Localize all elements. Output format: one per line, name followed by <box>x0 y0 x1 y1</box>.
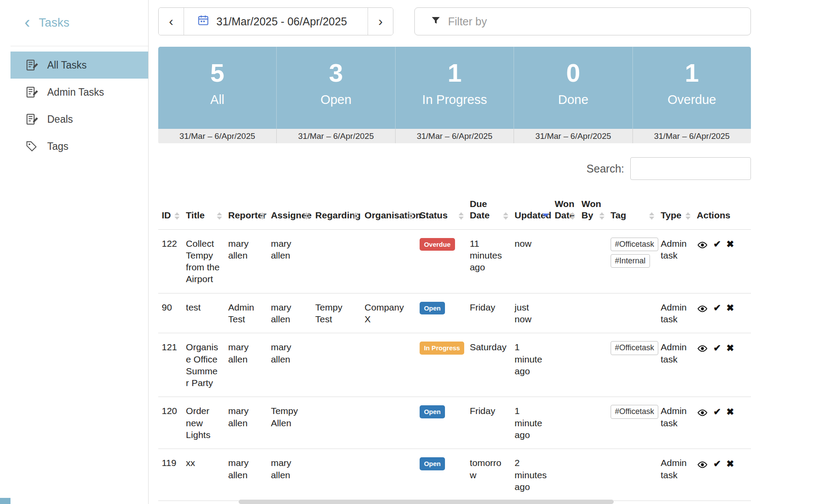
column-header-due-date[interactable]: Due Date <box>466 190 511 229</box>
cell-won-by <box>578 229 607 293</box>
stat-date-range: 31/Mar – 6/Apr/2025 <box>277 129 395 143</box>
column-header-won-date[interactable]: Won Date <box>551 190 578 229</box>
stat-card-all[interactable]: 5All <box>158 47 277 129</box>
column-header-actions[interactable]: Actions <box>693 190 751 229</box>
stat-card-open[interactable]: 3Open <box>277 47 395 129</box>
table-header-row: IDTitleReporterAssigneeRegardingOrganisa… <box>158 190 751 229</box>
eye-icon <box>697 343 708 353</box>
stat-card-in-progress[interactable]: 1In Progress <box>396 47 514 129</box>
cell-reporter: mary allen <box>225 449 268 501</box>
sidebar-item-deals[interactable]: Deals <box>10 106 148 133</box>
sidebar-item-tags[interactable]: Tags <box>10 133 148 160</box>
complete-task-button[interactable]: ✔ <box>713 458 721 469</box>
check-icon: ✔ <box>713 459 721 469</box>
column-header-type[interactable]: Type <box>657 190 693 229</box>
search-row: Search: <box>158 157 751 180</box>
cell-won-by <box>578 293 607 333</box>
cell-organisation <box>361 229 416 293</box>
column-header-won-by[interactable]: Won By <box>578 190 607 229</box>
notepad-icon <box>25 113 40 126</box>
column-header-reporter[interactable]: Reporter <box>225 190 268 229</box>
cell-tag <box>607 449 657 501</box>
cell-title: test <box>182 293 225 333</box>
cell-actions: ✔✖ <box>693 397 751 449</box>
sidebar-item-admin-tasks[interactable]: Admin Tasks <box>10 79 148 106</box>
sidebar-item-all-tasks[interactable]: All Tasks <box>10 52 148 79</box>
view-task-button[interactable] <box>697 302 708 314</box>
sort-indicator <box>503 212 508 220</box>
column-header-updated[interactable]: Updated <box>511 190 551 229</box>
date-range-picker: ‹ 31/Mar/2025 - 06/Apr/2025 › <box>158 7 393 35</box>
sidebar-nav: All TasksAdmin TasksDealsTags <box>10 52 148 160</box>
cell-status: Overdue <box>416 229 466 293</box>
stat-card-overdue[interactable]: 1Overdue <box>633 47 751 129</box>
column-header-tag[interactable]: Tag <box>607 190 657 229</box>
cell-status: In Progress <box>416 333 466 397</box>
cell-type: Admin task <box>657 397 693 449</box>
cell-won-by <box>578 333 607 397</box>
column-header-regarding[interactable]: Regarding <box>312 190 361 229</box>
filter-input[interactable] <box>448 15 742 28</box>
column-header-assignee[interactable]: Assignee <box>268 190 312 229</box>
cell-updated: 2 minutes ago <box>511 449 551 501</box>
eye-icon <box>697 459 708 469</box>
x-icon: ✖ <box>726 239 734 249</box>
cell-won-by <box>578 397 607 449</box>
stat-label: Done <box>514 93 632 107</box>
column-header-status[interactable]: Status <box>416 190 466 229</box>
cell-tag: #Officetask <box>607 397 657 449</box>
column-label: ID <box>162 210 171 220</box>
check-icon: ✔ <box>713 407 721 417</box>
status-badge: Open <box>420 302 445 315</box>
sidebar-item-label: Admin Tasks <box>47 86 104 98</box>
sort-indicator <box>304 212 309 220</box>
delete-task-button[interactable]: ✖ <box>726 406 734 418</box>
complete-task-button[interactable]: ✔ <box>713 302 721 314</box>
sidebar-item-label: Tags <box>47 141 69 152</box>
cell-actions: ✔✖ <box>693 333 751 397</box>
complete-task-button[interactable]: ✔ <box>713 238 721 250</box>
cell-regarding <box>312 333 361 397</box>
column-label: Type <box>660 210 681 220</box>
view-task-button[interactable] <box>697 406 708 418</box>
column-label: Tag <box>611 210 626 220</box>
delete-task-button[interactable]: ✖ <box>726 238 734 250</box>
chevron-left-icon[interactable]: ‹ <box>24 14 30 31</box>
next-period-button[interactable]: › <box>368 8 393 35</box>
date-range-display[interactable]: 31/Mar/2025 - 06/Apr/2025 <box>184 8 368 35</box>
complete-task-button[interactable]: ✔ <box>713 406 721 418</box>
status-badge: Open <box>420 457 445 470</box>
cell-assignee: mary allen <box>268 449 312 501</box>
cell-id: 122 <box>158 229 182 293</box>
sort-indicator <box>408 212 413 220</box>
cell-id: 119 <box>158 449 182 501</box>
cell-assignee: mary allen <box>268 333 312 397</box>
delete-task-button[interactable]: ✖ <box>726 342 734 354</box>
complete-task-button[interactable]: ✔ <box>713 342 721 354</box>
tag-chip: #Officetask <box>611 405 659 418</box>
cell-title: Order new Lights <box>182 397 225 449</box>
horizontal-scrollbar[interactable] <box>239 500 614 504</box>
sort-indicator <box>685 212 691 220</box>
view-task-button[interactable] <box>697 342 708 354</box>
view-task-button[interactable] <box>697 238 708 250</box>
stat-value: 1 <box>396 58 514 87</box>
cell-due-date: Saturday <box>466 333 511 397</box>
tag-chip: #Internal <box>611 254 650 268</box>
toolbar: ‹ 31/Mar/2025 - 06/Apr/2025 › <box>158 7 751 35</box>
column-label: Title <box>186 210 205 220</box>
cell-regarding: Tempy Test <box>312 293 361 333</box>
cell-reporter: mary allen <box>225 333 268 397</box>
status-badge: Open <box>420 405 445 418</box>
stat-card-done[interactable]: 0Done <box>514 47 632 129</box>
cell-type: Admin task <box>657 229 693 293</box>
search-input[interactable] <box>630 157 751 180</box>
column-header-id[interactable]: ID <box>158 190 182 229</box>
cell-actions: ✔✖ <box>693 229 751 293</box>
delete-task-button[interactable]: ✖ <box>726 458 734 469</box>
column-header-organisation[interactable]: Organisation <box>361 190 416 229</box>
view-task-button[interactable] <box>697 458 708 469</box>
prev-period-button[interactable]: ‹ <box>159 8 184 35</box>
delete-task-button[interactable]: ✖ <box>726 302 734 314</box>
column-header-title[interactable]: Title <box>182 190 225 229</box>
